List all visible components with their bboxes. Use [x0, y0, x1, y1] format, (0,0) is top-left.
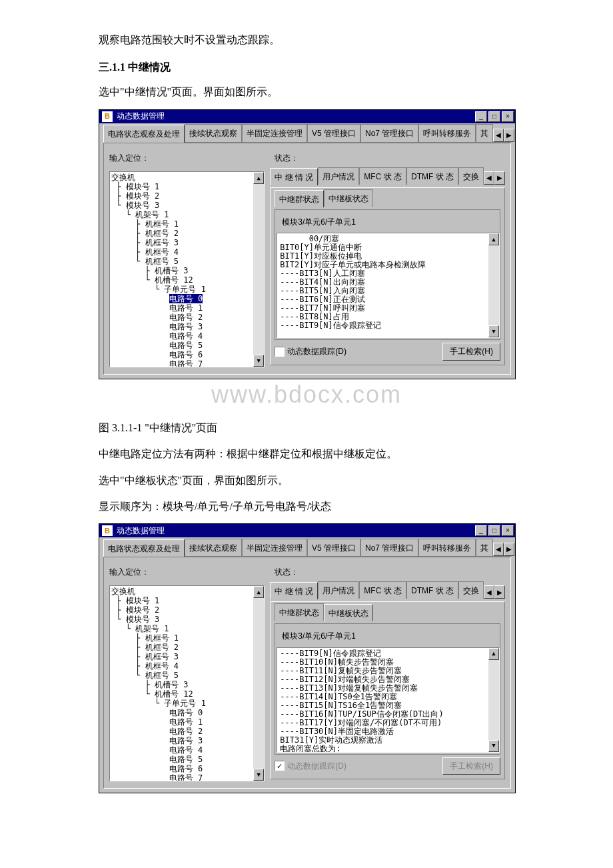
sub-tab-board-status[interactable]: 中继板状态	[324, 604, 373, 621]
tree-node[interactable]: 电路号 5	[111, 341, 263, 350]
tree-node[interactable]: 电路号 5	[111, 755, 263, 764]
inner-scroll-left-icon[interactable]: ◀	[484, 585, 494, 599]
sub-tab-board-status[interactable]: 中继板状态	[324, 189, 373, 207]
status-list[interactable]: ----BIT9[N]信令跟踪登记----BIT10[N]帧失步告警闭塞----…	[277, 647, 500, 753]
inner-tab-mfc[interactable]: MFC 状 态	[359, 167, 406, 185]
tab-v5[interactable]: V5 管理接口	[307, 124, 360, 141]
scroll-down-icon[interactable]: ▼	[253, 769, 264, 781]
tab-other[interactable]: 其	[476, 539, 493, 556]
tree-node[interactable]: ├ 机框号 3	[111, 238, 263, 247]
tree-node[interactable]: └ 机槽号 12	[111, 689, 263, 699]
inner-tab-relay[interactable]: 中 继 情 况	[270, 168, 318, 185]
tab-connection-status[interactable]: 接续状态观察	[185, 539, 242, 556]
tree-node[interactable]: 电路号 4	[111, 745, 263, 755]
inner-tab-switch[interactable]: 交换	[458, 167, 484, 185]
inner-tab-user[interactable]: 用户情况	[318, 167, 359, 185]
inner-scroll-right-icon[interactable]: ▶	[494, 171, 505, 185]
scroll-up-icon[interactable]: ▲	[253, 172, 264, 184]
minimize-button[interactable]: _	[475, 111, 487, 122]
tab-scroll-left-icon[interactable]: ◀	[493, 543, 504, 556]
tree-node[interactable]: 电路号 7	[111, 359, 263, 367]
tree-node[interactable]: └ 机架号 1	[111, 210, 263, 219]
tree-node[interactable]: ├ 机槽号 3	[111, 266, 263, 275]
tree-node[interactable]: 电路号 1	[111, 303, 263, 313]
dynamic-track-checkbox[interactable]	[275, 347, 285, 357]
inner-tab-dtmf[interactable]: DTMF 状 态	[406, 581, 458, 599]
tab-no7[interactable]: No7 管理接口	[360, 124, 418, 141]
tree-node[interactable]: 电路号 2	[111, 727, 263, 736]
tree-node[interactable]: └ 子单元号 1	[111, 699, 263, 708]
scroll-track[interactable]	[488, 660, 499, 740]
manual-search-button[interactable]: 手工检索(H)	[442, 343, 500, 360]
tree-node[interactable]: 电路号 3	[111, 736, 263, 745]
tab-call-transfer[interactable]: 呼叫转移服务	[418, 124, 476, 141]
tree-node[interactable]: 电路号 2	[111, 313, 263, 322]
status-list[interactable]: 00/闭塞BIT0[Y]单元通信中断BIT1[Y]对应板位掉电BIT2[Y]对应…	[277, 233, 500, 338]
scroll-up-icon[interactable]: ▲	[488, 233, 499, 245]
dynamic-track-checkbox[interactable]: ✓	[275, 761, 285, 771]
scroll-track[interactable]	[488, 245, 499, 325]
sub-tab-group-status[interactable]: 中继群状态	[275, 190, 324, 207]
tree-node[interactable]: └ 子单元号 1	[111, 285, 263, 294]
location-tree[interactable]: 交换机 ├ 模块号 1 ├ 模块号 2 └ 模块号 3 └ 机架号 1 ├ 机框…	[109, 171, 265, 367]
tree-node[interactable]: ├ 模块号 1	[111, 596, 263, 605]
tree-node[interactable]: ├ 模块号 2	[111, 605, 263, 615]
tree-node[interactable]: ├ 机框号 1	[111, 633, 263, 643]
tab-circuit-status[interactable]: 电路状态观察及处理	[103, 125, 185, 142]
close-button[interactable]: ×	[502, 111, 514, 122]
tree-node[interactable]: 电路号 0	[111, 294, 263, 303]
tree-node[interactable]: ├ 机框号 3	[111, 652, 263, 661]
tree-node[interactable]: └ 模块号 3	[111, 201, 263, 210]
inner-tab-user[interactable]: 用户情况	[318, 581, 359, 599]
maximize-button[interactable]: □	[488, 525, 500, 536]
scroll-up-icon[interactable]: ▲	[253, 586, 264, 598]
tab-call-transfer[interactable]: 呼叫转移服务	[418, 539, 476, 556]
scroll-down-icon[interactable]: ▼	[488, 740, 499, 752]
tree-node[interactable]: 电路号 0	[111, 708, 263, 717]
tree-node[interactable]: 电路号 3	[111, 322, 263, 331]
tree-node[interactable]: 电路号 6	[111, 764, 263, 773]
tab-other[interactable]: 其	[476, 124, 493, 141]
minimize-button[interactable]: _	[475, 525, 487, 536]
tree-node[interactable]: └ 机架号 1	[111, 624, 263, 633]
tab-scroll-right-icon[interactable]: ▶	[504, 129, 514, 142]
tab-scroll-left-icon[interactable]: ◀	[493, 129, 504, 142]
tree-node[interactable]: 电路号 4	[111, 331, 263, 341]
tab-semi-fixed[interactable]: 半固定连接管理	[242, 124, 307, 141]
manual-search-button[interactable]: 手工检索(H)	[442, 757, 500, 775]
tree-node[interactable]: ├ 机框号 1	[111, 219, 263, 229]
scroll-down-icon[interactable]: ▼	[253, 355, 264, 367]
scroll-track[interactable]	[253, 184, 264, 355]
tree-node[interactable]: ├ 机框号 4	[111, 247, 263, 257]
tree-node[interactable]: ├ 模块号 1	[111, 182, 263, 191]
tab-circuit-status[interactable]: 电路状态观察及处理	[103, 539, 185, 557]
tree-node[interactable]: 交换机	[111, 587, 263, 596]
tab-v5[interactable]: V5 管理接口	[307, 539, 360, 556]
inner-scroll-right-icon[interactable]: ▶	[494, 585, 505, 599]
tree-node[interactable]: 交换机	[111, 173, 263, 182]
tree-node[interactable]: 电路号 1	[111, 717, 263, 727]
scroll-track[interactable]	[253, 598, 264, 769]
tree-node[interactable]: ├ 机框号 2	[111, 643, 263, 652]
tree-node[interactable]: 电路号 7	[111, 773, 263, 781]
inner-tab-switch[interactable]: 交换	[458, 581, 484, 599]
tab-no7[interactable]: No7 管理接口	[360, 539, 418, 556]
tree-node[interactable]: └ 机槽号 12	[111, 275, 263, 285]
tree-node[interactable]: ├ 模块号 2	[111, 191, 263, 201]
tab-connection-status[interactable]: 接续状态观察	[185, 124, 242, 141]
inner-tab-relay[interactable]: 中 继 情 况	[270, 582, 318, 599]
tree-node[interactable]: 电路号 6	[111, 350, 263, 359]
sub-tab-group-status[interactable]: 中继群状态	[275, 603, 324, 621]
scroll-down-icon[interactable]: ▼	[488, 325, 499, 337]
tree-node[interactable]: ├ 机框号 2	[111, 229, 263, 238]
tree-node[interactable]: └ 机框号 5	[111, 671, 263, 680]
tree-node[interactable]: ├ 机框号 4	[111, 661, 263, 671]
close-button[interactable]: ×	[502, 525, 514, 536]
scroll-up-icon[interactable]: ▲	[488, 648, 499, 660]
tab-scroll-right-icon[interactable]: ▶	[504, 543, 514, 556]
inner-scroll-left-icon[interactable]: ◀	[484, 171, 494, 185]
tree-node[interactable]: └ 机框号 5	[111, 257, 263, 266]
maximize-button[interactable]: □	[488, 111, 500, 122]
tab-semi-fixed[interactable]: 半固定连接管理	[242, 539, 307, 556]
tree-node[interactable]: ├ 机槽号 3	[111, 680, 263, 689]
